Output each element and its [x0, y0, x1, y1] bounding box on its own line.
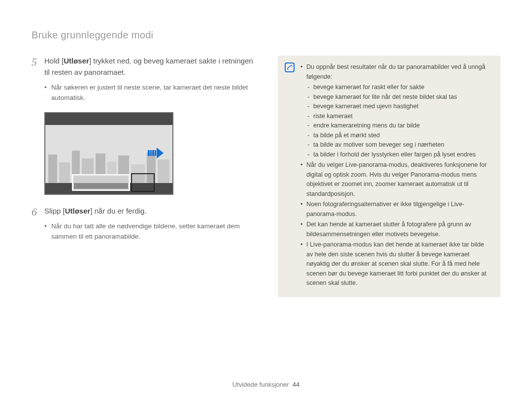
step-number: 5	[32, 56, 44, 103]
note-icon	[285, 62, 295, 72]
bold-label: Utløser	[65, 207, 91, 215]
step-number: 6	[32, 206, 44, 242]
note-dash-item: bevege kameraet med ujevn hastighet	[306, 102, 492, 112]
text: Du oppnår best resultater når du tar pan…	[306, 63, 485, 80]
note-bullet: Du oppnår best resultater når du tar pan…	[300, 62, 492, 159]
right-column: Du oppnår best resultater når du tar pan…	[278, 56, 500, 297]
text: Hold [	[44, 57, 64, 65]
panorama-illustration	[44, 112, 173, 195]
footer: Utvidede funksjoner 44	[0, 381, 532, 388]
note-bullet: Det kan hende at kameraet slutter å foto…	[300, 220, 492, 239]
section-heading: Bruke grunnleggende modi	[32, 30, 500, 41]
page-number: 44	[293, 381, 299, 388]
text: Slipp [	[44, 207, 65, 215]
note-dash-item: ta bilder i forhold der lysstyrken eller…	[306, 150, 492, 160]
note-dash-item: riste kameraet	[306, 112, 492, 122]
footer-label: Utvidede funksjoner	[233, 381, 289, 388]
note-bullet: Når du velger Live-panorama-modus, deakt…	[300, 160, 492, 199]
bullet-item: Når søkeren er justert til neste scene, …	[44, 83, 258, 103]
panorama-thumbnail	[72, 174, 130, 191]
step-5: 5 Hold [Utløser] trykket ned, og beveg k…	[32, 56, 258, 103]
text: ] når du er ferdig.	[90, 207, 146, 215]
note-dash-item: ta bilde av motiver som beveger seg i næ…	[306, 140, 492, 150]
note-bullet: Noen fotograferingsalternativer er ikke …	[300, 200, 492, 219]
note-bullet: I Live-panorama-modus kan det hende at k…	[300, 240, 492, 288]
capture-frame	[131, 173, 155, 192]
step-title: Hold [Utløser] trykket ned, og beveg kam…	[44, 56, 258, 78]
note-box: Du oppnår best resultater når du tar pan…	[278, 56, 500, 297]
note-dash-item: bevege kameraet for lite når det neste b…	[306, 93, 492, 102]
left-column: 5 Hold [Utløser] trykket ned, og beveg k…	[32, 56, 258, 297]
arrow-right-icon	[148, 148, 165, 158]
note-dash-item: ta bilde på et mørkt sted	[306, 131, 492, 141]
note-dash-item: bevege kameraet for raskt eller for sakt…	[306, 83, 492, 93]
bold-label: Utløser	[64, 57, 89, 65]
bullet-item: Når du har tatt alle de nødvendige bilde…	[44, 221, 258, 242]
step-6: 6 Slipp [Utløser] når du er ferdig. Når …	[32, 206, 258, 242]
step-title: Slipp [Utløser] når du er ferdig.	[44, 206, 258, 217]
note-dash-item: endre kameraretning mens du tar bilde	[306, 121, 492, 131]
